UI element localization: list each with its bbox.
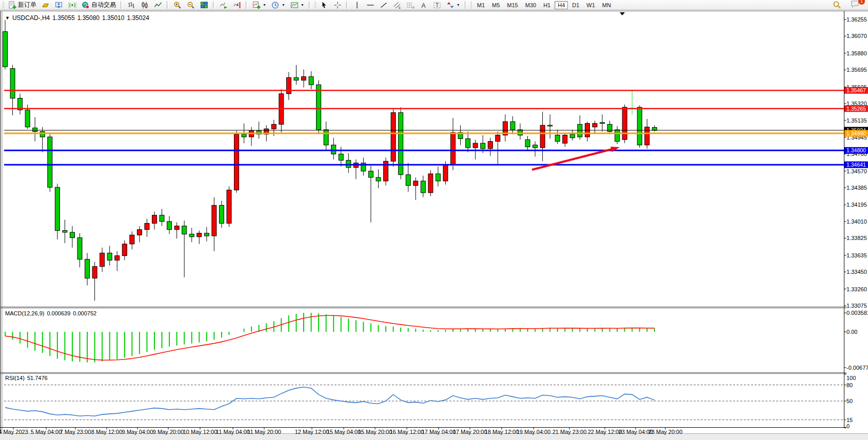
equidistant-channel-button[interactable]: E xyxy=(391,1,403,10)
tf-h4-button[interactable]: H4 xyxy=(555,1,568,9)
cursor-button[interactable] xyxy=(318,1,330,10)
chart-canvas[interactable]: 1.362551.360701.358801.356951.355051.353… xyxy=(0,11,868,440)
candle-body xyxy=(496,135,500,141)
autotrading-button[interactable]: 自动交易 xyxy=(80,1,118,10)
candle-body xyxy=(174,226,179,230)
rsi-name: RSI(14) xyxy=(5,375,25,381)
svg-text:1.34990: 1.34990 xyxy=(846,130,866,136)
autotrading-label: 自动交易 xyxy=(91,1,116,9)
macd-value-signal: 0.000752 xyxy=(73,310,96,316)
trendline-button[interactable] xyxy=(378,1,390,10)
svg-text:1.35265: 1.35265 xyxy=(846,106,866,112)
dropdown-caret: ▼ xyxy=(282,3,285,7)
candle-body xyxy=(346,161,351,168)
tf-m5-button[interactable]: M5 xyxy=(489,1,503,9)
candle-body xyxy=(70,232,74,238)
candle-body xyxy=(302,76,306,80)
tf-m15-button[interactable]: M15 xyxy=(504,1,521,9)
periods-button[interactable]: ▼ xyxy=(269,1,287,10)
candle-body xyxy=(212,205,216,236)
timeframe-group: M1M5M15M30H1H4D1W1MN xyxy=(474,1,615,9)
svg-text:T: T xyxy=(436,3,439,8)
candle-body xyxy=(600,123,605,124)
candle-body xyxy=(652,128,657,130)
toolbar-grip[interactable] xyxy=(3,2,4,9)
fibonacci-button[interactable]: F xyxy=(404,1,417,10)
candle-body xyxy=(77,238,82,259)
candle-body xyxy=(204,233,209,236)
search-icon xyxy=(833,1,841,9)
candle-body xyxy=(368,171,373,177)
candle-body xyxy=(85,259,90,278)
candle-body xyxy=(555,135,560,141)
quotes-button[interactable] xyxy=(40,1,52,10)
candle-body xyxy=(548,125,553,126)
text-label-button[interactable]: T xyxy=(431,1,443,10)
vertical-line-button[interactable] xyxy=(351,1,363,10)
text-label-icon: T xyxy=(433,1,441,9)
candle-body xyxy=(339,154,343,160)
svg-text:1.33260: 1.33260 xyxy=(846,286,867,292)
text-button[interactable]: A xyxy=(418,1,430,10)
clock-icon xyxy=(271,1,280,9)
candle-body xyxy=(510,122,515,130)
search-button[interactable] xyxy=(831,1,843,10)
candle-body xyxy=(242,134,246,137)
tf-h1-button[interactable]: H1 xyxy=(540,1,554,9)
chart-dropdown-icon[interactable]: ▼ xyxy=(5,15,10,21)
horizontal-line-button[interactable] xyxy=(364,1,377,10)
ohlc-close: 1.35024 xyxy=(127,14,149,22)
candle-body xyxy=(55,187,60,230)
toolbar-grip[interactable] xyxy=(314,2,316,9)
macd-label: MACD(12,26,9) 0.000639 0.000752 xyxy=(5,310,96,316)
candle-body xyxy=(570,134,575,138)
templates-button[interactable]: ▼ xyxy=(288,1,306,10)
svg-text:7 May 23:00: 7 May 23:00 xyxy=(60,429,91,435)
svg-text:F: F xyxy=(412,6,415,9)
line-chart-button[interactable] xyxy=(152,1,164,10)
svg-text:22 May 12:00: 22 May 12:00 xyxy=(588,429,622,435)
candle-body xyxy=(197,233,202,237)
svg-text:11 May 20:00: 11 May 20:00 xyxy=(247,429,281,435)
candle-body xyxy=(593,124,597,127)
tile-windows-button[interactable] xyxy=(198,1,210,10)
candle-body xyxy=(518,130,522,135)
svg-text:1.33635: 1.33635 xyxy=(846,252,867,258)
svg-text:8 May 12:00: 8 May 12:00 xyxy=(91,429,123,435)
crosshair-button[interactable] xyxy=(331,1,344,10)
indicators-button[interactable]: ▼ xyxy=(250,1,268,10)
zoom-in-button[interactable] xyxy=(171,1,184,10)
svg-text:1.36255: 1.36255 xyxy=(846,16,867,23)
signal-button[interactable] xyxy=(66,1,78,10)
svg-text:1.35695: 1.35695 xyxy=(846,67,867,73)
candle-body xyxy=(40,131,45,137)
tf-w1-button[interactable]: W1 xyxy=(583,1,598,9)
svg-text:21 May 23:00: 21 May 23:00 xyxy=(553,429,587,435)
tf-mn-button[interactable]: MN xyxy=(599,1,614,9)
svg-text:17 May 04:00: 17 May 04:00 xyxy=(422,429,456,435)
svg-text:1.33450: 1.33450 xyxy=(846,269,867,275)
new-order-icon xyxy=(8,1,16,9)
tf-m30-button[interactable]: M30 xyxy=(522,1,539,9)
zoom-out-button[interactable] xyxy=(185,1,197,10)
arrows-button[interactable]: ▼ xyxy=(444,1,462,10)
market-watch-button[interactable] xyxy=(53,1,65,10)
new-order-button[interactable]: 新订单 xyxy=(6,1,38,10)
svg-text:1.35880: 1.35880 xyxy=(846,50,867,56)
svg-text:1.33075: 1.33075 xyxy=(846,303,867,309)
svg-text:15 May 04:00: 15 May 04:00 xyxy=(327,429,361,435)
toolbar-grip[interactable] xyxy=(470,2,472,9)
tf-m1-button[interactable]: M1 xyxy=(474,1,488,9)
bar-chart-button[interactable] xyxy=(125,1,137,10)
candle-body xyxy=(615,130,620,142)
candle-body xyxy=(428,174,433,193)
svg-text:1.34195: 1.34195 xyxy=(846,202,867,208)
candle-body xyxy=(122,244,127,256)
candlestick-chart-button[interactable] xyxy=(139,1,151,10)
auto-scroll-button[interactable] xyxy=(218,1,230,10)
toolbar-separator xyxy=(213,1,215,9)
chart-shift-button[interactable] xyxy=(231,1,243,10)
candle-body xyxy=(525,139,530,147)
candle-body xyxy=(167,222,172,230)
tf-d1-button[interactable]: D1 xyxy=(569,1,582,9)
